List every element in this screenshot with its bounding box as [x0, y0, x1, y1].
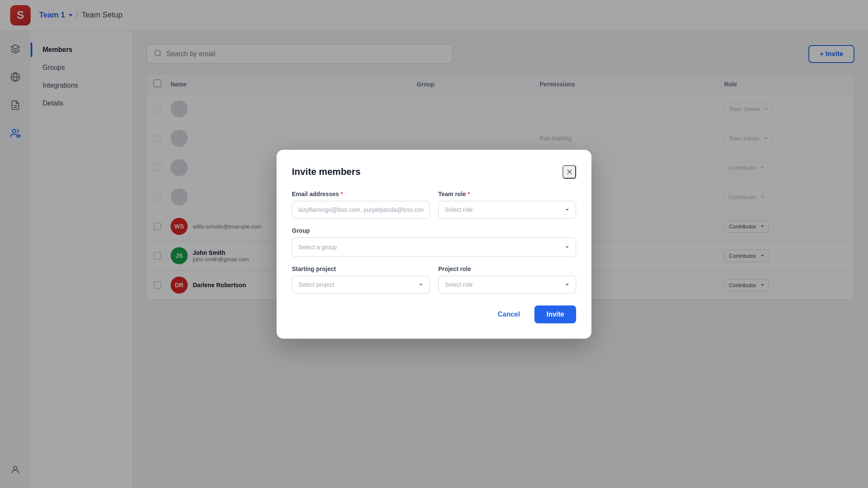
- group-form-group: Group Select a group: [292, 227, 576, 257]
- project-role-form-group: Project role Select role: [438, 265, 576, 294]
- group-select[interactable]: Select a group: [292, 237, 576, 257]
- confirm-invite-button[interactable]: Invite: [534, 305, 576, 323]
- starting-project-form-group: Starting project Select project: [292, 265, 430, 294]
- email-label: Email addresses *: [292, 191, 430, 197]
- email-form-group: Email addresses *: [292, 191, 430, 219]
- form-row-2: Starting project Select project Project …: [292, 265, 576, 294]
- invite-members-modal: Invite members ✕ Email addresses * Team …: [277, 150, 591, 339]
- project-role-select[interactable]: Select role: [438, 276, 576, 294]
- starting-project-select[interactable]: Select project: [292, 276, 430, 294]
- team-role-select-wrapper: Select role Team Owner Team Admin Contri…: [438, 201, 576, 219]
- modal-header: Invite members ✕: [292, 165, 576, 179]
- required-indicator: *: [468, 191, 470, 197]
- starting-project-select-wrapper: Select project: [292, 276, 430, 294]
- cancel-button[interactable]: Cancel: [489, 305, 528, 323]
- team-role-select[interactable]: Select role Team Owner Team Admin Contri…: [438, 201, 576, 219]
- team-role-label: Team role *: [438, 191, 576, 197]
- modal-title: Invite members: [292, 166, 360, 177]
- group-label: Group: [292, 227, 576, 234]
- project-role-select-wrapper: Select role: [438, 276, 576, 294]
- required-indicator: *: [341, 191, 343, 197]
- form-row-1: Email addresses * Team role * Select rol…: [292, 191, 576, 219]
- group-select-wrapper: Select a group: [292, 237, 576, 257]
- team-role-form-group: Team role * Select role Team Owner Team …: [438, 191, 576, 219]
- modal-actions: Cancel Invite: [292, 305, 576, 323]
- email-input[interactable]: [292, 201, 430, 219]
- project-role-label: Project role: [438, 265, 576, 272]
- starting-project-label: Starting project: [292, 265, 430, 272]
- modal-close-button[interactable]: ✕: [562, 165, 576, 179]
